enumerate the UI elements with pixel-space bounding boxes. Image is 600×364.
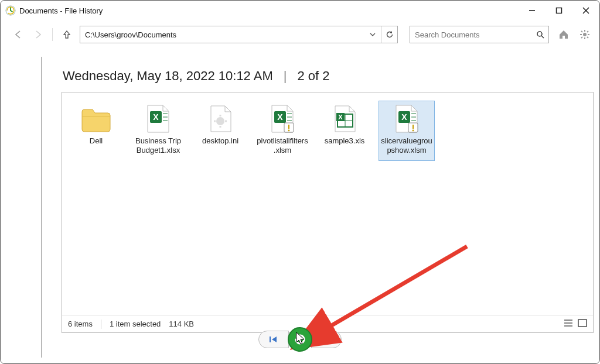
heading-separator: |: [284, 68, 287, 84]
search-icon[interactable]: [532, 26, 548, 43]
svg-rect-50: [329, 336, 330, 342]
svg-point-5: [537, 32, 542, 36]
refresh-button[interactable]: [381, 26, 397, 43]
file-item[interactable]: Xpivotlistallfilters.xlsm: [254, 101, 311, 161]
file-item[interactable]: desktop.ini: [192, 101, 248, 151]
svg-rect-2: [557, 8, 562, 13]
xls-icon: X: [328, 105, 361, 134]
svg-point-21: [216, 117, 224, 125]
version-timestamp: Wednesday, May 18, 2022 10:12 AM: [63, 68, 273, 84]
file-name: desktop.ini: [202, 136, 238, 146]
toolbar-separator: [52, 28, 53, 41]
svg-line-15: [581, 37, 582, 38]
file-name: sample3.xls: [325, 136, 365, 146]
address-dropdown-button[interactable]: [364, 26, 381, 43]
window-title: Documents - File History: [19, 6, 103, 15]
main-column: Wednesday, May 18, 2022 10:12 AM | 2 of …: [62, 57, 594, 358]
file-item[interactable]: Xsample3.xls: [316, 101, 373, 151]
file-item[interactable]: XBusiness Trip Budget1.xlsx: [130, 101, 186, 161]
minimize-button[interactable]: [519, 1, 546, 20]
file-name: Business Trip Budget1.xlsx: [132, 136, 185, 156]
svg-point-44: [412, 130, 414, 132]
svg-line-6: [541, 36, 544, 38]
file-name: pivotlistallfilters.xlsm: [256, 136, 309, 156]
titlebar: Documents - File History: [1, 1, 599, 20]
xlsm-icon: X: [390, 105, 423, 134]
toolbar: [1, 20, 599, 49]
search-box[interactable]: [410, 26, 549, 43]
xlsx-icon: X: [142, 105, 175, 134]
svg-point-32: [288, 130, 290, 132]
svg-line-12: [581, 31, 582, 32]
file-list[interactable]: DellXBusiness Trip Budget1.xlsxdesktop.i…: [62, 92, 593, 315]
svg-text:X: X: [277, 112, 283, 122]
left-pane-stub: [6, 57, 42, 358]
svg-text:X: X: [338, 114, 343, 121]
version-counter: 2 of 2: [297, 68, 329, 84]
address-input[interactable]: [80, 26, 364, 43]
file-name: slicervaluegroupshow.xlsm: [380, 136, 433, 156]
version-heading: Wednesday, May 18, 2022 10:12 AM | 2 of …: [62, 57, 594, 92]
home-icon[interactable]: [557, 28, 570, 41]
gear-icon[interactable]: [578, 28, 591, 41]
next-version-button[interactable]: [311, 331, 342, 348]
svg-line-13: [587, 37, 588, 38]
svg-text:X: X: [153, 112, 159, 122]
svg-rect-49: [270, 336, 271, 342]
forward-button[interactable]: [31, 28, 45, 42]
body: Wednesday, May 18, 2022 10:12 AM | 2 of …: [6, 57, 594, 358]
file-item[interactable]: Dell: [68, 101, 124, 151]
previous-version-button[interactable]: [258, 331, 289, 348]
ini-icon: [204, 105, 237, 134]
window: Documents - File History: [0, 0, 600, 364]
file-list-pane: DellXBusiness Trip Budget1.xlsxdesktop.i…: [62, 92, 594, 333]
svg-point-7: [583, 33, 587, 36]
xlsm-icon: X: [266, 105, 299, 134]
back-button[interactable]: [11, 28, 25, 42]
file-item[interactable]: Xslicervaluegroupshow.xlsm: [379, 101, 435, 161]
filehistory-app-icon: [5, 5, 16, 16]
file-name: Dell: [90, 136, 103, 146]
up-button[interactable]: [60, 28, 74, 42]
folder-icon: [80, 105, 112, 134]
restore-button[interactable]: [288, 327, 312, 352]
maximize-button[interactable]: [546, 1, 572, 20]
address-bar[interactable]: [80, 26, 398, 43]
svg-rect-48: [578, 320, 587, 327]
svg-line-14: [587, 31, 588, 32]
search-input[interactable]: [410, 30, 532, 39]
history-navigator: [1, 327, 599, 352]
close-button[interactable]: [572, 1, 599, 20]
svg-text:X: X: [401, 112, 407, 122]
